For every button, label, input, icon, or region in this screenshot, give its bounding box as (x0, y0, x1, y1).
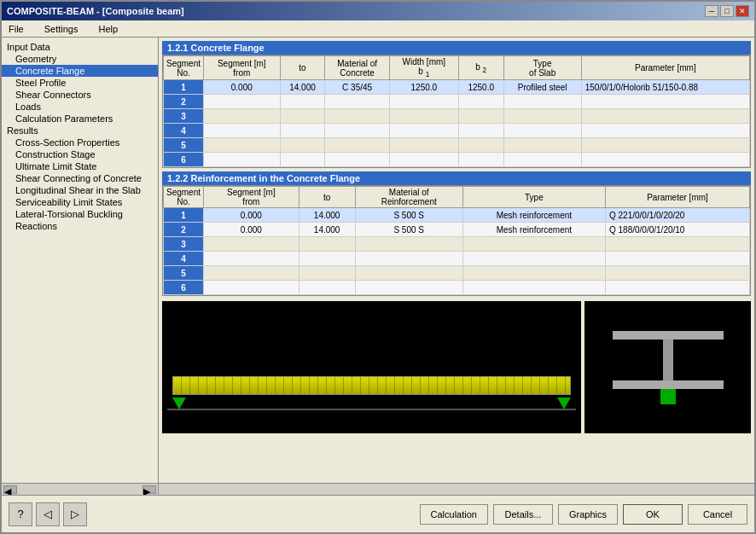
sidebar-item-long-shear[interactable]: Longitudinal Shear in the Slab (2, 184, 158, 196)
ok-button[interactable]: OK (623, 504, 683, 525)
cell-type (462, 281, 605, 295)
sidebar-item-calc-params[interactable]: Calculation Parameters (2, 113, 158, 125)
scroll-left-btn[interactable]: ◀ (3, 485, 17, 494)
menu-settings[interactable]: Settings (41, 23, 82, 35)
col-to: to (280, 56, 325, 80)
sidebar-item-reactions[interactable]: Reactions (2, 220, 158, 232)
cell-param (581, 95, 749, 109)
table1-wrapper: SegmentNo. Segment [m]from to Material o… (162, 55, 751, 168)
sidebar-item-loads[interactable]: Loads (2, 101, 158, 113)
cell-param: Q 221/0/0/1/0/20/20 (606, 208, 750, 223)
col2-from: Segment [m]from (204, 187, 299, 208)
sidebar-item-shear-connectors[interactable]: Shear Connectors (2, 89, 158, 101)
cancel-button[interactable]: Cancel (688, 504, 747, 525)
table2-wrapper: SegmentNo. Segment [m]from to Material o… (162, 185, 751, 296)
sidebar-item-cross-section[interactable]: Cross-Section Properties (2, 136, 158, 148)
cell-b2 (458, 95, 503, 109)
cell-param (581, 138, 749, 153)
graphics-button[interactable]: Graphics (558, 504, 618, 525)
sidebar-item-steel-profile[interactable]: Steel Profile (2, 77, 158, 89)
cell-b2 (458, 124, 503, 138)
cell-type (462, 237, 605, 252)
cell-num: 1 (164, 208, 204, 223)
cell-b2 (458, 153, 503, 167)
cell-param (581, 109, 749, 124)
table-row[interactable]: 5 (164, 138, 750, 153)
table-row[interactable]: 2 0.000 14.000 S 500 S Mesh reinforcemen… (164, 223, 750, 237)
cell-material: S 500 S (355, 223, 462, 237)
calculation-button[interactable]: Calculation (420, 504, 488, 525)
sidebar-item-serviceability[interactable]: Serviceability Limit States (2, 196, 158, 208)
menu-bar: File Settings Help (2, 20, 754, 38)
sidebar-item-geometry[interactable]: Geometry (2, 53, 158, 65)
canvas-area (162, 301, 751, 433)
table1-section: 1.2.1 Concrete Flange SegmentNo. Segment… (162, 41, 751, 168)
cell-b1 (389, 124, 458, 138)
cell-param: 150/0/1/0/Holorib 51/150-0.88 (581, 80, 749, 95)
cell-b2 (458, 109, 503, 124)
cell-num: 4 (164, 252, 204, 266)
table1: SegmentNo. Segment [m]from to Material o… (163, 55, 750, 167)
table-row[interactable]: 4 (164, 252, 750, 266)
cell-b2 (458, 138, 503, 153)
cell-num: 2 (164, 223, 204, 237)
cell-num: 2 (164, 95, 204, 109)
col2-to: to (299, 187, 355, 208)
table-row[interactable]: 3 (164, 109, 750, 124)
cell-to (280, 138, 325, 153)
table-row[interactable]: 4 (164, 124, 750, 138)
cell-param (606, 266, 750, 281)
details-button[interactable]: Details... (493, 504, 553, 525)
col2-seg-no: SegmentNo. (164, 187, 204, 208)
forward-icon-button[interactable]: ▷ (63, 502, 87, 526)
cell-type (503, 138, 581, 153)
cell-to (280, 109, 325, 124)
table2-header: 1.2.2 Reinforcement in the Concrete Flan… (162, 171, 751, 185)
cell-to (299, 281, 355, 295)
back-icon-button[interactable]: ◁ (36, 502, 60, 526)
cell-to (299, 237, 355, 252)
cell-num: 6 (164, 153, 204, 167)
scroll-right-btn[interactable]: ▶ (142, 485, 156, 494)
help-icon-button[interactable]: ? (9, 502, 32, 526)
close-button[interactable]: ✕ (736, 5, 749, 17)
minimize-button[interactable]: ─ (705, 5, 718, 17)
table-row[interactable]: 1 0.000 14.000 C 35/45 1250.0 1250.0 Pro… (164, 80, 750, 95)
cell-num: 4 (164, 124, 204, 138)
cell-b1 (389, 153, 458, 167)
sidebar-item-shear-connecting[interactable]: Shear Connecting of Concrete (2, 172, 158, 184)
window-title: COMPOSITE-BEAM - [Composite beam] (7, 6, 184, 16)
cell-param (606, 281, 750, 295)
bottom-bar: ? ◁ ▷ Calculation Details... Graphics OK… (2, 495, 754, 532)
menu-help[interactable]: Help (95, 23, 121, 35)
col-b2: b 2 (458, 56, 503, 80)
cell-num: 3 (164, 237, 204, 252)
cell-from (204, 281, 299, 295)
restore-button[interactable]: □ (720, 5, 734, 17)
cell-to: 14.000 (299, 208, 355, 223)
right-panel: 1.2.1 Concrete Flange SegmentNo. Segment… (159, 38, 754, 483)
col2-material: Material ofReinforcement (355, 187, 462, 208)
sidebar-item-construction-stage[interactable]: Construction Stage (2, 148, 158, 160)
cell-to (280, 124, 325, 138)
cell-to (280, 153, 325, 167)
table-row[interactable]: 2 (164, 95, 750, 109)
sidebar-item-lateral-torsional[interactable]: Lateral-Torsional Buckling (2, 208, 158, 220)
sidebar-item-concrete-flange[interactable]: Concrete Flange (2, 65, 158, 77)
cell-num: 5 (164, 266, 204, 281)
cell-to (280, 95, 325, 109)
table-row[interactable]: 5 (164, 266, 750, 281)
table-row[interactable]: 6 (164, 281, 750, 295)
table-row[interactable]: 1 0.000 14.000 S 500 S Mesh reinforcemen… (164, 208, 750, 223)
cell-material: C 35/45 (325, 80, 389, 95)
sidebar-scroll[interactable]: ◀ ▶ (2, 484, 159, 495)
cell-material (355, 281, 462, 295)
bottom-right-buttons: Calculation Details... Graphics OK Cance… (420, 504, 747, 525)
menu-file[interactable]: File (5, 23, 27, 35)
sidebar-item-ultimate-limit[interactable]: Ultimate Limit State (2, 160, 158, 172)
table-row[interactable]: 6 (164, 153, 750, 167)
cell-num: 6 (164, 281, 204, 295)
cell-type (462, 266, 605, 281)
table-row[interactable]: 3 (164, 237, 750, 252)
cell-b1 (389, 95, 458, 109)
